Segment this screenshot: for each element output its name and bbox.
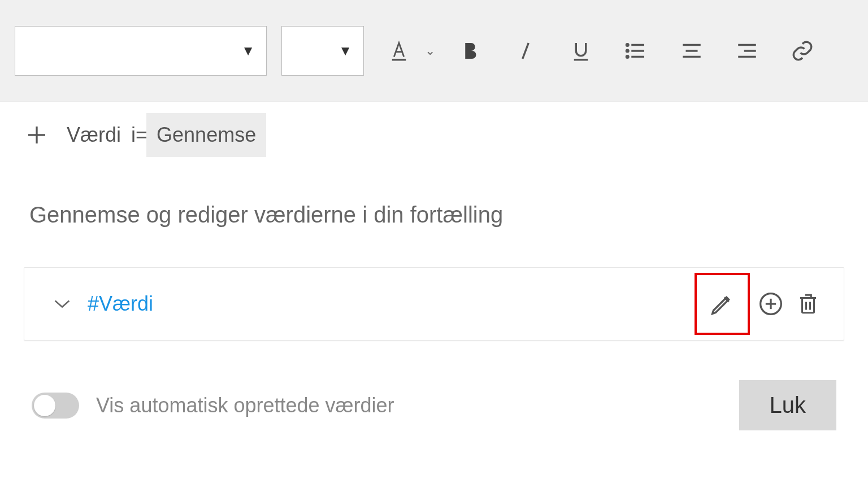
chevron-down-icon[interactable]: ⌄ — [425, 43, 435, 58]
footer-left: Vis automatisk oprettede værdier — [32, 393, 394, 419]
align-center-button[interactable] — [671, 30, 712, 71]
tabs-row: Værdi i= Gennemse — [0, 102, 868, 157]
value-row: #Værdi — [24, 267, 844, 341]
svg-line-1 — [523, 43, 529, 59]
close-button[interactable]: Luk — [739, 380, 837, 430]
auto-values-toggle[interactable] — [32, 393, 79, 419]
expand-chevron-icon[interactable] — [53, 298, 72, 310]
value-row-left: #Værdi — [53, 292, 153, 316]
value-name[interactable]: #Værdi — [88, 292, 153, 316]
list-button[interactable] — [616, 30, 657, 71]
italic-button[interactable] — [505, 30, 546, 71]
tab-value-label[interactable]: Værdi — [61, 113, 127, 157]
svg-point-6 — [627, 43, 629, 46]
formatting-toolbar: ▼ ▼ ⌄ — [0, 0, 868, 102]
toggle-knob — [34, 395, 55, 416]
toggle-label: Vis automatisk oprettede værdier — [96, 394, 394, 417]
font-size-dropdown[interactable]: ▼ — [281, 26, 364, 76]
edit-button[interactable] — [706, 287, 739, 320]
svg-point-7 — [627, 50, 629, 52]
svg-point-8 — [627, 55, 629, 58]
link-button[interactable] — [782, 30, 823, 71]
bold-button[interactable] — [450, 30, 491, 71]
section-heading: Gennemse og rediger værdierne i din fort… — [0, 157, 868, 245]
delete-button[interactable] — [792, 287, 824, 320]
font-color-button[interactable] — [379, 30, 419, 71]
add-button[interactable] — [754, 287, 787, 320]
footer-row: Vis automatisk oprettede værdier Luk — [0, 341, 868, 430]
font-color-group: ⌄ — [379, 30, 435, 71]
tab-browse[interactable]: Gennemse — [146, 113, 266, 157]
dropdown-arrow-icon: ▼ — [241, 43, 255, 59]
value-actions — [695, 273, 824, 335]
edit-highlight-box — [695, 273, 750, 335]
font-family-dropdown[interactable]: ▼ — [15, 26, 267, 76]
align-right-button[interactable] — [727, 30, 767, 71]
add-value-button[interactable] — [23, 121, 51, 149]
dropdown-arrow-icon: ▼ — [338, 43, 352, 59]
underline-button[interactable] — [561, 30, 601, 71]
